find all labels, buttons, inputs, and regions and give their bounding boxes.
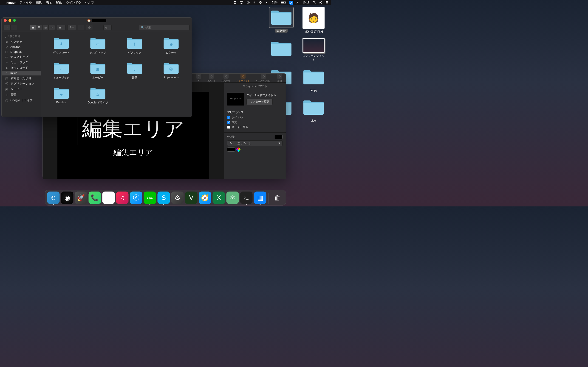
- kn-toolbar-コメント[interactable]: ▢コメント: [205, 74, 217, 82]
- sidebar-item-Google ドライブ[interactable]: ▢Google ドライブ: [2, 98, 41, 103]
- sidebar-item-mikin[interactable]: ⌂mikin: [2, 71, 41, 75]
- folder-Google ドライブ[interactable]: △Google ドライブ: [82, 86, 114, 105]
- sidebar-item-ミュージック[interactable]: ♫ミュージック: [2, 60, 41, 65]
- dock-skype[interactable]: S: [157, 192, 170, 204]
- menu-go[interactable]: 移動: [56, 0, 62, 5]
- dropbox-button[interactable]: ⬙ ⌵: [103, 25, 112, 30]
- menu-file[interactable]: ファイル: [20, 0, 32, 5]
- spotlight-icon[interactable]: [313, 1, 316, 4]
- sidebar-item-デスクトップ[interactable]: ▭デスクトップ: [2, 54, 41, 60]
- volume-icon[interactable]: [266, 1, 269, 4]
- desktop-item-スクリーンショット[interactable]: スクリーンショット: [301, 38, 326, 62]
- slide-title-field[interactable]: 編集エリア: [77, 113, 189, 145]
- layout-thumbnail[interactable]: Lorem Ipsum Dolor——: [227, 93, 244, 106]
- icon-view-button[interactable]: ▦: [30, 25, 36, 30]
- sidebar-item-最近使った項目[interactable]: ▤最近使った項目: [2, 75, 41, 81]
- notifications-icon[interactable]: ☰: [326, 1, 328, 4]
- folder-ピクチャ[interactable]: ◉ピクチャ: [155, 36, 187, 55]
- status-icon-1[interactable]: 5: [233, 1, 237, 4]
- folder-パブリック[interactable]: ⚷パブリック: [119, 36, 151, 55]
- color-swatch[interactable]: [227, 148, 235, 152]
- sidebar-item-Dropbox[interactable]: ▢Dropbox: [2, 49, 41, 54]
- app-name[interactable]: Finder: [6, 1, 16, 4]
- dock-atom[interactable]: ⚛: [226, 192, 239, 204]
- color-wheel-button[interactable]: [236, 148, 241, 152]
- arrange-button[interactable]: ▦ ⌵: [57, 25, 65, 30]
- folder-Dropbox[interactable]: ⬙Dropbox: [45, 86, 78, 105]
- action-button[interactable]: ⚙ ⌵: [67, 25, 76, 30]
- wifi-icon[interactable]: [259, 1, 262, 4]
- dock-terminal[interactable]: >_: [240, 192, 253, 204]
- fill-type-select[interactable]: カラー塗りつぶし⇅: [227, 140, 283, 146]
- close-button[interactable]: [4, 19, 7, 22]
- menu-window[interactable]: ウインドウ: [66, 0, 81, 5]
- kn-toolbar-フォーマット[interactable]: ▢フォーマット: [235, 74, 251, 82]
- menu-edit[interactable]: 編集: [36, 0, 42, 5]
- dock-finder[interactable]: ☺: [47, 192, 60, 204]
- sidebar-item-AirDrop[interactable]: ◎AirDrop: [2, 44, 41, 49]
- forward-button[interactable]: 〉: [10, 25, 17, 30]
- desktop-item-testpy[interactable]: testpy: [301, 67, 326, 92]
- desktop-item-view[interactable]: view: [301, 97, 326, 123]
- clock-time[interactable]: 10:18: [303, 1, 309, 4]
- display-icon[interactable]: [240, 1, 243, 4]
- kn-toolbar-共同制作[interactable]: ▢共同制作: [220, 74, 232, 82]
- dock-facetime[interactable]: 📞: [89, 192, 101, 204]
- timemachine-icon[interactable]: [247, 1, 250, 4]
- folder-書類[interactable]: ▯書類: [119, 61, 151, 80]
- change-master-button[interactable]: マスターを変更: [246, 99, 273, 105]
- kn-toolbar-書類[interactable]: ▢書類: [276, 74, 284, 82]
- kn-toolbar-アニメーション[interactable]: ▢アニメーション: [254, 74, 273, 82]
- share-button[interactable]: ⇪: [78, 25, 84, 30]
- toolbar-label: 共同制作: [221, 79, 231, 82]
- desktop-item-IMG_0317.PNG[interactable]: 🧑IMG_0317.PNG: [301, 7, 326, 33]
- battery-icon[interactable]: [281, 1, 286, 4]
- minimize-button[interactable]: [9, 19, 11, 22]
- dock-photos[interactable]: ❀: [103, 192, 115, 204]
- menu-help[interactable]: ヘルプ: [85, 0, 94, 5]
- dock-siri[interactable]: ◉: [61, 192, 73, 204]
- dock-appstore[interactable]: Ⓐ: [130, 192, 142, 204]
- ime-indicator[interactable]: あ: [289, 1, 293, 5]
- folder-Applications[interactable]: ⒶApplications: [155, 61, 187, 80]
- sidebar-item-アプリケーション[interactable]: Ⓐアプリケーション: [2, 81, 41, 86]
- tags-button[interactable]: ⬤: [86, 25, 93, 30]
- dock-launchpad[interactable]: 🚀: [75, 192, 87, 204]
- folder-デスクトップ[interactable]: ▭デスクトップ: [82, 36, 114, 55]
- finder-titlebar[interactable]: 🏠 xxxxx: [2, 18, 192, 23]
- search-field[interactable]: 🔍 検索: [139, 25, 190, 30]
- bluetooth-icon[interactable]: ✱: [253, 1, 255, 4]
- dock-itunes[interactable]: ♫: [116, 192, 129, 204]
- dock-vim[interactable]: V: [185, 192, 198, 204]
- dock-excel[interactable]: X: [213, 192, 225, 204]
- sidebar-item-ピクチャ[interactable]: ◉ピクチャ: [2, 39, 41, 44]
- list-view-button[interactable]: ☰: [36, 25, 42, 30]
- slidenum-checkbox[interactable]: スライド番号: [227, 125, 283, 129]
- desktop-item-unnamed[interactable]: [269, 38, 294, 62]
- sidebar-item-ダウンロード[interactable]: ⬇ダウンロード: [2, 65, 41, 71]
- background-label[interactable]: ▾ 背景: [227, 135, 235, 139]
- folder-ダウンロード[interactable]: ⬇ダウンロード: [45, 36, 78, 55]
- folder-ムービー[interactable]: ▣ムービー: [82, 61, 114, 80]
- folder-ミュージック[interactable]: ♫ミュージック: [45, 61, 78, 80]
- dock-settings[interactable]: ⚙: [171, 192, 184, 204]
- back-button[interactable]: 〈: [4, 25, 10, 30]
- siri-icon[interactable]: [319, 1, 322, 4]
- menu-view[interactable]: 表示: [46, 0, 52, 5]
- background-swatch[interactable]: [275, 135, 283, 139]
- dock-trash[interactable]: 🗑: [271, 192, 284, 204]
- clock-day[interactable]: 木: [296, 1, 299, 5]
- body-checkbox[interactable]: 本文: [227, 120, 283, 124]
- title-checkbox[interactable]: タイトル: [227, 116, 283, 119]
- slide-subtitle-field[interactable]: 編集エリア: [109, 147, 158, 158]
- kn-toolbar-ア[interactable]: ▢ア: [195, 74, 203, 82]
- sidebar-item-ムービー[interactable]: ▣ムービー: [2, 86, 41, 92]
- column-view-button[interactable]: ◫: [42, 25, 48, 30]
- dock-safari[interactable]: 🧭: [199, 192, 211, 204]
- gallery-view-button[interactable]: ▭: [48, 25, 55, 30]
- zoom-button[interactable]: [13, 19, 16, 22]
- dock-keynote[interactable]: ▦: [254, 192, 267, 204]
- sidebar-item-書類[interactable]: ▯書類: [2, 92, 41, 98]
- desktop-item-pySvTH[interactable]: pySvTH: [269, 7, 294, 33]
- dock-line[interactable]: LINE: [144, 192, 156, 204]
